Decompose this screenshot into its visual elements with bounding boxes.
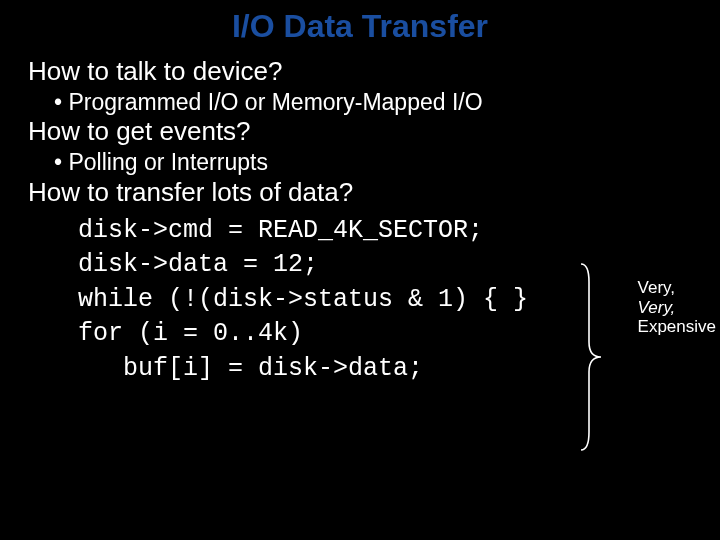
annotation-line-1: Very,: [638, 278, 716, 298]
annotation-line-2: Very,: [638, 298, 716, 318]
code-line-4: for (i = 0..4k): [78, 319, 303, 348]
bullet-1: Programmed I/O or Memory-Mapped I/O: [28, 89, 720, 115]
slide-body: How to talk to device? Programmed I/O or…: [0, 57, 720, 386]
question-3: How to transfer lots of data?: [28, 178, 720, 208]
code-line-3: while (!(disk->status & 1) { }: [78, 285, 528, 314]
annotation-line-3: Expensive: [638, 317, 716, 337]
bullet-2: Polling or Interrupts: [28, 149, 720, 175]
code-line-2: disk->data = 12;: [78, 250, 318, 279]
code-block: disk->cmd = READ_4K_SECTOR; disk->data =…: [28, 214, 720, 387]
slide-title: I/O Data Transfer: [0, 0, 720, 55]
code-line-5: buf[i] = disk->data;: [78, 354, 423, 383]
annotation: Very, Very, Expensive: [638, 278, 716, 337]
code-line-1: disk->cmd = READ_4K_SECTOR;: [78, 216, 483, 245]
question-2: How to get events?: [28, 117, 720, 147]
question-1: How to talk to device?: [28, 57, 720, 87]
